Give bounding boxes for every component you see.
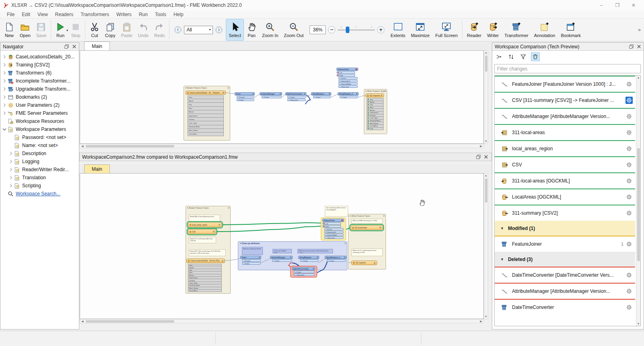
comparison-item[interactable]: 311-local-areas — [495, 124, 635, 140]
search-scope-select[interactable]: All▾ — [184, 26, 213, 34]
tab-main-top[interactable]: Main — [84, 41, 110, 50]
restore-button[interactable]: ❐ — [609, 1, 625, 10]
gear-icon[interactable] — [625, 113, 633, 120]
new-button[interactable]: New — [2, 19, 17, 41]
transformer-datetimeconverter[interactable]: DateTimeConverter▹ Output▹ <Rejected> — [285, 92, 306, 101]
chevron-right-icon[interactable] — [1, 62, 8, 68]
menu-edit[interactable]: Edit — [18, 11, 34, 18]
gear-icon[interactable] — [625, 288, 633, 295]
gear-icon[interactable] — [625, 161, 633, 168]
transformer-stringreplacer[interactable]: StringReplacer▹ Output — [298, 256, 319, 262]
canvas-bottom-hscrollbar[interactable]: ◀▶ — [80, 319, 484, 323]
gear-icon[interactable] — [625, 81, 633, 88]
full-screen-button[interactable]: Full Screen — [432, 19, 460, 41]
comparison-section-deleted[interactable]: ▼Deleted (3) — [495, 252, 635, 267]
zoom-plus-icon[interactable]: + — [377, 26, 384, 33]
navigator-item[interactable]: Logging — [0, 157, 79, 166]
gear-icon[interactable] — [625, 97, 633, 104]
close-panel-icon[interactable] — [636, 44, 642, 50]
close-button[interactable]: ✕ — [625, 1, 642, 10]
close-pane-icon[interactable] — [483, 154, 489, 160]
navigator-item[interactable]: Bookmarks (2) — [0, 93, 79, 101]
zoom-in-button[interactable]: Zoom In — [259, 19, 281, 41]
zoom-out-button[interactable]: Zoom Out — [281, 19, 306, 41]
comparison-item[interactable]: FeatureJoiner1 — [495, 236, 635, 252]
transformer-stringreplacer_2[interactable]: StringReplacer_2▹ Output — [338, 92, 359, 98]
menu-readers[interactable]: Readers — [52, 11, 77, 18]
canvas-bottom[interactable]: ▾ Reader Feature Types▾ Writer Feature T… — [80, 173, 484, 319]
navigator-item[interactable]: User Parameters (2) — [0, 101, 79, 109]
gear-icon[interactable] — [625, 209, 633, 217]
comparison-item[interactable]: local_areas_region — [495, 140, 635, 156]
join-changes-icon[interactable] — [495, 52, 504, 61]
transformer-datetimeconverter[interactable]: DateTimeConverter▹ Output▹ <Rejected> — [292, 267, 315, 276]
navigator-item[interactable]: Scripting — [0, 182, 79, 190]
comparison-item[interactable]: 311-summary [CSV2] — [495, 205, 635, 221]
menu-writers[interactable]: Writers — [113, 11, 135, 18]
navigator-item[interactable]: Workspace Search... — [0, 190, 79, 198]
navigator-item[interactable]: Incomplete Transformer... — [0, 77, 79, 85]
gear-icon[interactable] — [625, 271, 633, 279]
copy-button[interactable]: Copy — [102, 19, 118, 41]
chevron-right-icon[interactable] — [1, 102, 8, 108]
comparison-item[interactable]: FeatureJoiner [FeatureJoiner Version 100… — [495, 76, 635, 92]
canvas-top-vscrollbar[interactable]: ▲▼ — [484, 50, 488, 144]
gear-icon[interactable] — [625, 304, 633, 311]
gear-icon[interactable] — [625, 193, 633, 201]
comparison-section-modified[interactable]: ▼Modified (1) — [495, 221, 635, 236]
chevron-right-icon[interactable] — [8, 167, 14, 172]
minimize-button[interactable]: – — [593, 1, 609, 10]
comparison-item[interactable]: CSV — [495, 156, 635, 172]
float-panel-icon[interactable] — [64, 44, 70, 50]
nav-forward-icon[interactable] — [215, 26, 223, 33]
comparison-item[interactable]: CSV [311-summary [CSV2]] -> FeatureJoine… — [495, 92, 635, 108]
tab-main-bottom[interactable]: Main — [84, 164, 110, 173]
feature-node[interactable]: 311-requests — [365, 93, 384, 97]
collapse-icon[interactable]: ▼ — [500, 257, 504, 261]
navigator-item[interactable]: Translation — [0, 174, 79, 182]
navigator-item[interactable]: Reader/Writer Redir... — [0, 166, 79, 174]
open-button[interactable]: Open — [17, 19, 33, 41]
comparison-item[interactable]: LocalAreas [OGCKML] — [495, 189, 635, 205]
chevron-right-icon[interactable] — [1, 110, 8, 116]
comparison-item[interactable]: AttributeManager [AttributeManager Versi… — [495, 108, 635, 124]
cut-button[interactable]: Cut — [87, 19, 102, 41]
expand-collapse-icon[interactable] — [507, 52, 516, 61]
zoom-level-field[interactable]: 36% — [310, 25, 326, 34]
float-panel-icon[interactable] — [628, 44, 634, 50]
transformer-attributemanager[interactable]: AttributeManager▹ Output — [270, 256, 293, 262]
navigator-item[interactable]: Name: <not set> — [0, 141, 79, 149]
comparison-list-scrollbar[interactable]: ▲▼ — [636, 76, 640, 326]
transformer-stringreplacer_2[interactable]: StringReplacer_2▹ Output — [325, 256, 347, 262]
chevron-right-icon[interactable] — [1, 86, 8, 92]
transformer-tester[interactable]: Tester▹ Passed▹ Failed — [235, 92, 255, 101]
navigator-item[interactable]: Workspace Resources — [0, 117, 79, 125]
bookmark-button[interactable]: Bookmark — [558, 19, 584, 41]
transformer-stringreplacer[interactable]: StringReplacer▹ Output — [311, 92, 331, 98]
transformer-button[interactable]: Transformer — [502, 19, 531, 41]
comparison-item[interactable]: DateTimeConverter — [495, 299, 635, 315]
canvas-bottom-vscrollbar[interactable]: ▲▼ — [484, 173, 488, 319]
gear-icon[interactable] — [625, 177, 633, 184]
navigator-item[interactable]: fmeFME Server Parameters — [0, 109, 79, 117]
feature-node[interactable]: local_areas_region — [188, 222, 222, 227]
run-button[interactable]: ▾Run — [53, 19, 68, 41]
chevron-right-icon[interactable] — [1, 78, 8, 84]
nav-back-icon[interactable] — [174, 26, 182, 33]
transformer-tester[interactable]: Tester▹ Passed▹ Failed — [240, 256, 261, 265]
navigator-item[interactable]: Password: <not set> — [0, 133, 79, 141]
gear-icon[interactable] — [625, 240, 633, 248]
feature-node[interactable]: CaseLocationsDetails - Se... Request Loc… — [186, 91, 226, 95]
close-panel-icon[interactable] — [71, 44, 77, 50]
filter-changes-input[interactable]: Filter changes — [494, 64, 641, 73]
menu-run[interactable]: Run — [135, 11, 151, 18]
feature-node[interactable]: 311-requests — [351, 261, 377, 265]
transformer-attributemanager[interactable]: AttributeManager▹ Output — [260, 92, 282, 98]
gear-icon[interactable] — [625, 129, 633, 136]
feature-node[interactable]: CaseLocationsDetails - Service Request L… — [186, 259, 225, 263]
feature-node[interactable]: CSV — [188, 229, 216, 234]
navigator-item[interactable]: Transformers (6) — [0, 69, 79, 77]
filter-icon[interactable] — [519, 52, 528, 61]
reader-button[interactable]: Reader — [464, 19, 484, 41]
pan-button[interactable]: Pan — [244, 19, 259, 41]
